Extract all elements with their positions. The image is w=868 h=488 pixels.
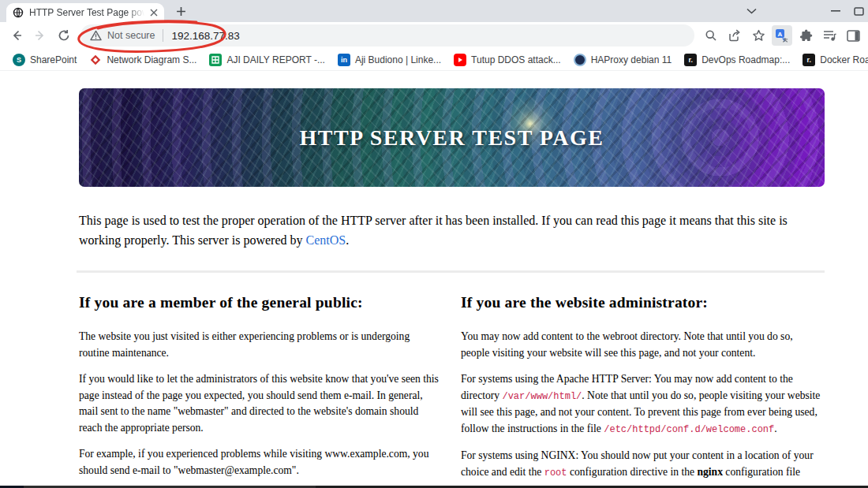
bookmark-haproxy[interactable]: HAProxy debian 11 xyxy=(567,51,679,69)
bookmark-docker-roadmap[interactable]: r. Docker Roadmap -... xyxy=(796,51,868,69)
bookmark-star-icon[interactable] xyxy=(748,25,769,46)
inline-code: /etc/httpd/conf.d/welcome.conf xyxy=(604,424,774,435)
intro-paragraph: This page is used to test the proper ope… xyxy=(79,210,822,250)
administrator-heading: If you are the website administrator: xyxy=(461,294,822,311)
tab-search-chevron-icon[interactable] xyxy=(737,0,765,22)
inline-code: root xyxy=(544,468,567,479)
administrator-column: If you are the website administrator: Yo… xyxy=(461,294,822,488)
extensions-puzzle-icon[interactable] xyxy=(795,25,816,46)
share-icon[interactable] xyxy=(724,25,745,46)
back-icon[interactable] xyxy=(6,24,28,47)
youtube-icon xyxy=(454,54,466,66)
minimize-button[interactable] xyxy=(817,0,854,22)
forward-icon[interactable] xyxy=(29,24,51,47)
url-text[interactable]: 192.168.77.83 xyxy=(171,30,239,42)
bold-text: nginx xyxy=(697,466,723,478)
svg-text:A: A xyxy=(778,31,783,38)
tab-strip: HTTP Server Test Page powered xyxy=(0,0,868,22)
google-sheets-icon xyxy=(209,54,222,66)
sharepoint-icon: S xyxy=(13,54,25,66)
bookmark-youtube[interactable]: Tutup DDOS attack... xyxy=(447,51,567,69)
bookmark-sharepoint[interactable]: S SharePoint xyxy=(6,51,83,69)
web-page-content: HTTP SERVER TEST PAGE This page is used … xyxy=(0,71,868,488)
security-label[interactable]: Not secure xyxy=(107,30,155,41)
bookmark-linkedin[interactable]: in Aji Budiono | Linke... xyxy=(331,51,447,69)
bookmark-devops-roadmap[interactable]: r. DevOps Roadmap:... xyxy=(678,51,796,69)
centos-link[interactable]: CentOS xyxy=(306,233,346,247)
paragraph: The website you just visited is either e… xyxy=(79,329,440,361)
paragraph: If you would like to let the administrat… xyxy=(79,371,440,436)
general-public-column: If you are a member of the general publi… xyxy=(79,294,440,488)
test-page-banner: HTTP SERVER TEST PAGE xyxy=(79,88,825,187)
tab-close-icon[interactable] xyxy=(150,9,158,17)
banner-title: HTTP SERVER TEST PAGE xyxy=(299,125,604,151)
inline-code: /var/www/html/ xyxy=(502,391,582,402)
paragraph: For systems using NGINX: You should now … xyxy=(461,448,822,481)
roadmap-icon: r. xyxy=(684,54,697,66)
globe-favicon-icon xyxy=(13,7,24,18)
new-tab-button[interactable] xyxy=(170,1,191,21)
paragraph: You may now add content to the webroot d… xyxy=(461,329,822,361)
linkedin-icon: in xyxy=(338,54,350,66)
browser-tab[interactable]: HTTP Server Test Page powered xyxy=(6,3,164,22)
general-public-heading: If you are a member of the general publi… xyxy=(79,294,440,311)
not-secure-warning-icon[interactable] xyxy=(90,30,102,41)
maximize-button[interactable] xyxy=(854,0,868,22)
media-controls-icon[interactable] xyxy=(819,25,840,46)
tab-title: HTTP Server Test Page powered xyxy=(29,7,144,18)
browser-toolbar: Not secure 192.168.77.83 A xyxy=(0,22,868,49)
search-icon[interactable] xyxy=(701,25,721,46)
omnibox-divider xyxy=(163,29,163,42)
bookmarks-bar: S SharePoint Network Diagram S... AJI DA… xyxy=(0,49,868,71)
roadmap-icon: r. xyxy=(803,54,815,66)
translate-icon[interactable]: A xyxy=(772,25,792,46)
bookmark-network-diagram[interactable]: Network Diagram S... xyxy=(83,51,203,69)
paragraph: For example, if you experienced problems… xyxy=(79,446,440,479)
side-panel-icon[interactable] xyxy=(843,25,863,46)
paragraph: For systems using the Apache HTTP Server… xyxy=(461,371,822,438)
horizontal-divider xyxy=(77,270,825,273)
diagram-icon xyxy=(89,54,102,66)
address-bar[interactable]: Not secure 192.168.77.83 xyxy=(80,24,694,47)
bookmark-sheets-report[interactable]: AJI DAILY REPORT -... xyxy=(203,51,331,69)
reload-icon[interactable] xyxy=(53,24,75,47)
haproxy-icon xyxy=(574,54,586,66)
